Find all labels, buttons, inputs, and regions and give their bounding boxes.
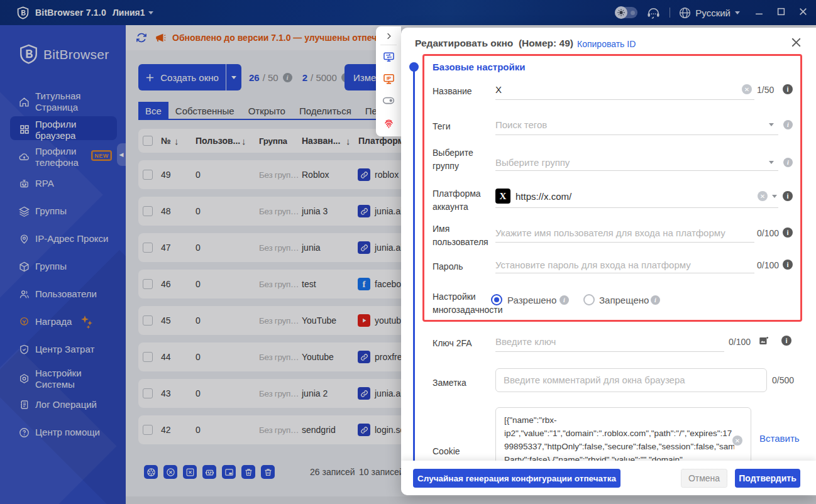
- field-label-platform: Платформааккаунта: [433, 187, 481, 214]
- field-label-line: Платформа: [433, 189, 481, 199]
- clear-icon[interactable]: ✕: [758, 191, 768, 201]
- input-underline: [495, 99, 754, 100]
- field-label-username: Имяпользователя: [433, 222, 488, 249]
- group-select[interactable]: Выберите группу: [495, 157, 570, 168]
- field-label-line: многозадачности: [433, 305, 502, 315]
- cookie-text: [{"name":"rbx-: [504, 414, 734, 427]
- chevron-down-icon[interactable]: [769, 123, 774, 126]
- anchor-preferences-icon[interactable]: [376, 91, 401, 110]
- random-fingerprint-button[interactable]: Случайная генерация конфигурации отпечат…: [413, 469, 620, 488]
- input-underline: [495, 351, 724, 352]
- field-label-note: Заметка: [433, 376, 466, 390]
- dialog-footer: Случайная генерация конфигурации отпечат…: [401, 461, 816, 495]
- app-window: BitBrowser 7.1.0 Линия1 Русский: [0, 0, 816, 504]
- info-icon[interactable]: i: [783, 191, 793, 201]
- field-label-group: Выберитегруппу: [433, 146, 473, 173]
- chevron-down-icon[interactable]: [769, 161, 774, 164]
- copy-id-link[interactable]: Копировать ID: [577, 39, 636, 49]
- key2fa-counter: 0/100: [729, 337, 751, 347]
- info-icon[interactable]: i: [783, 84, 793, 94]
- radio-allowed-label[interactable]: Разрешено: [507, 295, 556, 305]
- close-dialog-button[interactable]: [788, 34, 804, 50]
- password-input[interactable]: Установите пароль для входа на платформу: [495, 260, 691, 270]
- chevron-down-icon[interactable]: [772, 195, 777, 198]
- dialog-title: Редактировать окно (Номер: 49): [415, 38, 573, 49]
- edit-window-dialog: Редактировать окно (Номер: 49) Копироват…: [401, 28, 816, 495]
- clear-icon[interactable]: ✕: [732, 436, 742, 446]
- confirm-button[interactable]: Подтвердить: [735, 469, 800, 488]
- radio-forbidden[interactable]: [583, 294, 595, 305]
- field-label-password: Пароль: [433, 260, 463, 273]
- input-underline: [495, 273, 754, 273]
- section-title: Базовые настройки: [433, 62, 525, 72]
- field-label-line: группу: [433, 161, 459, 171]
- key2fa-input[interactable]: Введите ключ: [495, 336, 556, 347]
- field-label-2fa: Ключ 2FA: [433, 337, 472, 350]
- username-input[interactable]: Укажите имя пользователя для входа на пл…: [495, 227, 725, 238]
- anchor-fingerprint-icon[interactable]: [376, 114, 401, 133]
- radio-forbidden-label[interactable]: Запрещено: [599, 295, 649, 305]
- name-input[interactable]: X: [495, 84, 502, 95]
- paste-cookie-link[interactable]: Вставить: [759, 433, 800, 444]
- strip-divider: [380, 45, 397, 45]
- collapse-strip-button[interactable]: [376, 26, 401, 45]
- platform-input[interactable]: https://x.com/: [516, 191, 571, 202]
- tags-select[interactable]: Поиск тегов: [495, 119, 547, 130]
- field-label-name: Название: [433, 85, 472, 98]
- info-icon[interactable]: i: [783, 120, 793, 129]
- note-counter: 0/500: [772, 375, 794, 385]
- anchor-basic-settings-icon[interactable]: [376, 47, 401, 66]
- clear-icon[interactable]: ✕: [742, 84, 752, 94]
- info-icon[interactable]: i: [560, 295, 569, 305]
- name-counter: 1/50: [757, 85, 774, 95]
- section-anchor-line: [413, 70, 415, 468]
- info-icon[interactable]: i: [781, 336, 791, 346]
- field-label-line: аккаунта: [433, 202, 468, 212]
- input-underline: [495, 170, 778, 171]
- field-label-cookie: Cookie: [433, 445, 460, 458]
- input-underline: [495, 242, 754, 243]
- password-counter: 0/100: [757, 260, 779, 270]
- field-label-line: Выберите: [433, 148, 473, 158]
- note-placeholder: Введите комментарий для окна браузера: [504, 375, 685, 385]
- info-icon[interactable]: i: [783, 260, 793, 270]
- field-label-line: Имя: [433, 224, 449, 234]
- field-label-line: пользователя: [433, 237, 488, 247]
- scan-image-icon[interactable]: [758, 336, 769, 349]
- field-label-line: Настройки: [433, 292, 476, 302]
- info-icon[interactable]: i: [783, 227, 793, 238]
- modal-anchor-strip: IP: [376, 26, 401, 136]
- info-icon[interactable]: i: [783, 158, 793, 167]
- input-underline: [495, 207, 778, 208]
- input-underline: [495, 134, 778, 135]
- username-counter: 0/100: [757, 228, 779, 238]
- radio-allowed[interactable]: [491, 294, 502, 305]
- cookie-text: 99895337,"httpOnly":false,"secure":false…: [504, 440, 734, 453]
- info-icon[interactable]: i: [651, 295, 660, 305]
- x-platform-icon: X: [495, 189, 510, 204]
- cookie-text: ip2","value":"1","domain":".roblox.com",…: [504, 427, 734, 440]
- anchor-proxy-icon[interactable]: IP: [376, 69, 401, 88]
- cancel-button[interactable]: Отмена: [681, 469, 727, 488]
- field-label-tags: Теги: [433, 120, 450, 133]
- svg-text:IP: IP: [386, 75, 390, 80]
